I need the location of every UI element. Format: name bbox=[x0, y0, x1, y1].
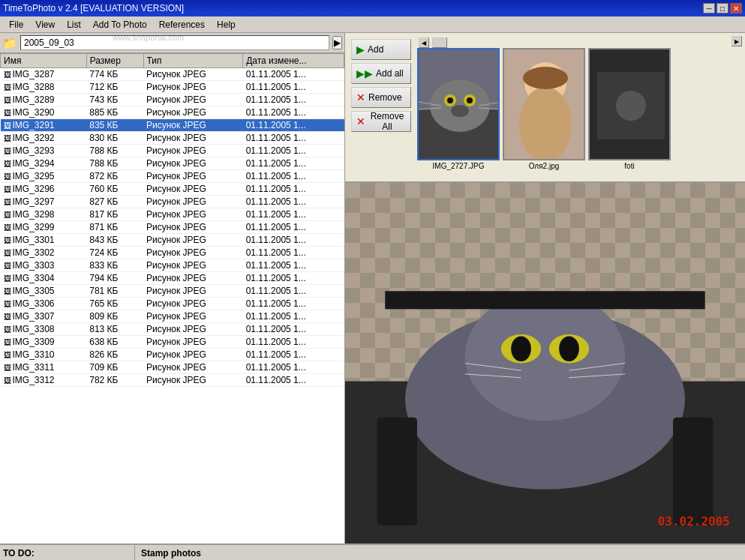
cell-type: Рисунок JPEG bbox=[143, 285, 243, 298]
cell-name: 🖼IMG_3306 bbox=[1, 298, 87, 310]
strip-nav-right[interactable]: ▶ bbox=[731, 36, 742, 46]
cell-type: Рисунок JPEG bbox=[143, 349, 243, 361]
col-date[interactable]: Дата измене... bbox=[243, 54, 344, 68]
cell-name: 🖼IMG_3291 bbox=[1, 119, 87, 132]
menu-view[interactable]: View bbox=[29, 18, 61, 31]
menu-list[interactable]: List bbox=[61, 18, 87, 31]
cell-type: Рисунок JPEG bbox=[143, 323, 243, 336]
cell-date: 01.11.2005 1... bbox=[243, 208, 344, 221]
browse-button[interactable]: ▶ bbox=[332, 36, 342, 49]
table-row[interactable]: 🖼IMG_3294 788 КБ Рисунок JPEG 01.11.2005… bbox=[1, 157, 344, 170]
table-row[interactable]: 🖼IMG_3292 830 КБ Рисунок JPEG 01.11.2005… bbox=[1, 132, 344, 145]
table-row[interactable]: 🖼IMG_3298 817 КБ Рисунок JPEG 01.11.2005… bbox=[1, 208, 344, 221]
cell-size: 830 КБ bbox=[86, 132, 143, 145]
cell-name: 🖼IMG_3297 bbox=[1, 196, 87, 208]
main-preview: 03.02.2005 bbox=[345, 183, 745, 544]
table-row[interactable]: 🖼IMG_3308 813 КБ Рисунок JPEG 01.11.2005… bbox=[1, 323, 344, 336]
address-input[interactable] bbox=[20, 35, 329, 50]
titlebar-title: TimeToPhoto v 2.4 [EVALUATION VERSION] bbox=[3, 3, 184, 13]
cell-size: 872 КБ bbox=[86, 170, 143, 183]
table-row[interactable]: 🖼IMG_3287 774 КБ Рисунок JPEG 01.11.2005… bbox=[1, 68, 344, 81]
cell-name: 🖼IMG_3287 bbox=[1, 68, 87, 81]
table-row[interactable]: 🖼IMG_3289 743 КБ Рисунок JPEG 01.11.2005… bbox=[1, 94, 344, 106]
cell-type: Рисунок JPEG bbox=[143, 259, 243, 272]
remove-all-button[interactable]: ✕ Remove All bbox=[351, 111, 411, 132]
table-row[interactable]: 🖼IMG_3290 885 КБ Рисунок JPEG 01.11.2005… bbox=[1, 106, 344, 119]
thumbnail-dark[interactable]: foti bbox=[588, 48, 671, 170]
table-row[interactable]: 🖼IMG_3306 765 КБ Рисунок JPEG 01.11.2005… bbox=[1, 298, 344, 310]
table-row[interactable]: 🖼IMG_3288 712 КБ Рисунок JPEG 01.11.2005… bbox=[1, 81, 344, 94]
cell-size: 794 КБ bbox=[86, 272, 143, 285]
cell-size: 638 КБ bbox=[86, 336, 143, 349]
cell-date: 01.11.2005 1... bbox=[243, 310, 344, 323]
thumbnail-person[interactable]: Оля2.jpg bbox=[503, 48, 585, 170]
menu-references[interactable]: References bbox=[153, 18, 211, 31]
cell-date: 01.11.2005 1... bbox=[243, 221, 344, 234]
menu-file[interactable]: File bbox=[3, 18, 29, 31]
date-stamp: 03.02.2005 bbox=[658, 514, 730, 529]
thumbnails: IMG_2727.JPG bbox=[417, 48, 728, 170]
table-row[interactable]: 🖼IMG_3302 724 КБ Рисунок JPEG 01.11.2005… bbox=[1, 247, 344, 259]
svg-point-15 bbox=[523, 67, 568, 89]
thumbnail-person-label: Оля2.jpg bbox=[529, 162, 560, 170]
table-row[interactable]: 🖼IMG_3304 794 КБ Рисунок JPEG 01.11.2005… bbox=[1, 272, 344, 285]
table-row[interactable]: 🖼IMG_3296 760 КБ Рисунок JPEG 01.11.2005… bbox=[1, 183, 344, 196]
table-row[interactable]: 🖼IMG_3311 709 КБ Рисунок JPEG 01.11.2005… bbox=[1, 361, 344, 374]
table-row[interactable]: 🖼IMG_3312 782 КБ Рисунок JPEG 01.11.2005… bbox=[1, 374, 344, 387]
close-button[interactable]: ✕ bbox=[730, 3, 742, 13]
svg-point-18 bbox=[616, 91, 646, 121]
cell-size: 809 КБ bbox=[86, 310, 143, 323]
svg-point-30 bbox=[559, 336, 579, 361]
cell-name: 🖼IMG_3302 bbox=[1, 247, 87, 259]
thumbnail-cat[interactable]: IMG_2727.JPG bbox=[417, 48, 500, 170]
menu-help[interactable]: Help bbox=[211, 18, 242, 31]
table-row[interactable]: 🖼IMG_3293 788 КБ Рисунок JPEG 01.11.2005… bbox=[1, 145, 344, 157]
cell-size: 813 КБ bbox=[86, 323, 143, 336]
add-all-button[interactable]: ▶▶ Add all bbox=[351, 63, 411, 84]
file-list-container[interactable]: Имя Размер Тип Дата измене... 🖼IMG_3287 … bbox=[0, 53, 344, 544]
table-row[interactable]: 🖼IMG_3307 809 КБ Рисунок JPEG 01.11.2005… bbox=[1, 310, 344, 323]
svg-point-7 bbox=[451, 105, 469, 117]
cell-name: 🖼IMG_3312 bbox=[1, 374, 87, 387]
col-name[interactable]: Имя bbox=[1, 54, 87, 68]
cell-date: 01.11.2005 1... bbox=[243, 183, 344, 196]
svg-rect-38 bbox=[377, 418, 417, 526]
add-buttons: ▶ Add ▶▶ Add all ✕ Remove ✕ Remove All bbox=[348, 36, 414, 135]
cell-size: 843 КБ bbox=[86, 234, 143, 247]
svg-point-6 bbox=[467, 97, 473, 103]
cell-size: 885 КБ bbox=[86, 106, 143, 119]
col-size[interactable]: Размер bbox=[86, 54, 143, 68]
add-button[interactable]: ▶ Add bbox=[351, 39, 411, 60]
table-row[interactable]: 🖼IMG_3301 843 КБ Рисунок JPEG 01.11.2005… bbox=[1, 234, 344, 247]
add-all-icon: ▶▶ bbox=[356, 67, 373, 79]
cell-date: 01.11.2005 1... bbox=[243, 106, 344, 119]
cell-size: 788 КБ bbox=[86, 157, 143, 170]
table-row[interactable]: 🖼IMG_3295 872 КБ Рисунок JPEG 01.11.2005… bbox=[1, 170, 344, 183]
cell-type: Рисунок JPEG bbox=[143, 81, 243, 94]
cell-type: Рисунок JPEG bbox=[143, 94, 243, 106]
cell-name: 🖼IMG_3293 bbox=[1, 145, 87, 157]
remove-button[interactable]: ✕ Remove bbox=[351, 87, 411, 108]
cell-type: Рисунок JPEG bbox=[143, 170, 243, 183]
add-icon: ▶ bbox=[356, 43, 365, 55]
table-row[interactable]: 🖼IMG_3309 638 КБ Рисунок JPEG 01.11.2005… bbox=[1, 336, 344, 349]
menu-add-to-photo[interactable]: Add To Photo bbox=[87, 18, 153, 31]
cell-type: Рисунок JPEG bbox=[143, 361, 243, 374]
table-row[interactable]: 🖼IMG_3303 833 КБ Рисунок JPEG 01.11.2005… bbox=[1, 259, 344, 272]
svg-point-26 bbox=[465, 291, 625, 421]
table-row[interactable]: 🖼IMG_3305 781 КБ Рисунок JPEG 01.11.2005… bbox=[1, 285, 344, 298]
minimize-button[interactable]: ─ bbox=[703, 3, 715, 13]
maximize-button[interactable]: □ bbox=[716, 3, 728, 13]
table-row[interactable]: 🖼IMG_3297 827 КБ Рисунок JPEG 01.11.2005… bbox=[1, 196, 344, 208]
cell-date: 01.11.2005 1... bbox=[243, 336, 344, 349]
strip-nav-left[interactable]: ◀ bbox=[419, 37, 429, 48]
col-type[interactable]: Тип bbox=[143, 54, 243, 68]
cell-date: 01.11.2005 1... bbox=[243, 298, 344, 310]
table-row[interactable]: 🖼IMG_3299 871 КБ Рисунок JPEG 01.11.2005… bbox=[1, 221, 344, 234]
cell-name: 🖼IMG_3299 bbox=[1, 221, 87, 234]
table-row[interactable]: 🖼IMG_3310 826 КБ Рисунок JPEG 01.11.2005… bbox=[1, 349, 344, 361]
table-row[interactable]: 🖼IMG_3291 835 КБ Рисунок JPEG 01.11.2005… bbox=[1, 119, 344, 132]
cell-type: Рисунок JPEG bbox=[143, 208, 243, 221]
cell-size: 835 КБ bbox=[86, 119, 143, 132]
cell-date: 01.11.2005 1... bbox=[243, 349, 344, 361]
